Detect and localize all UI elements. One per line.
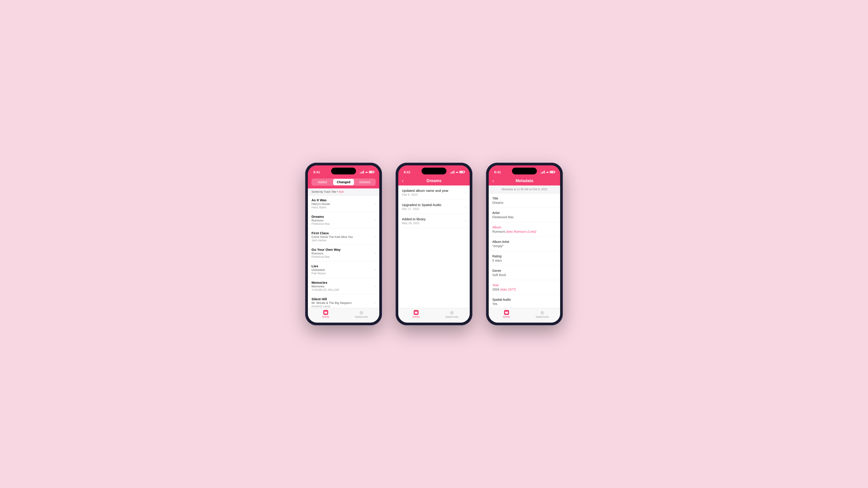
tab-label-activity-3: Activity (503, 316, 510, 318)
page-title-2: Dreams (427, 178, 441, 183)
page-title-3: Metadata (516, 178, 533, 183)
tab-bar-3: Activity ◎ Spatial Audio (489, 308, 560, 323)
chevron-icon: › (375, 251, 376, 255)
back-button-2[interactable]: ‹ (402, 178, 403, 184)
tab-changed[interactable]: Changed (333, 179, 354, 185)
metadata-year: Year 2004 (was 1977) (489, 280, 560, 295)
sort-link[interactable]: Sort (339, 190, 344, 193)
back-button-3[interactable]: ‹ (492, 178, 494, 184)
svg-rect-4 (415, 311, 416, 312)
metadata-spatial-audio: Spatial Audio Yes (489, 295, 560, 308)
metadata-album: Album Rumours (was Rumours (Live)) (489, 222, 560, 237)
metadata-title: Title Dreams (489, 193, 560, 208)
activity-item-2[interactable]: Upgraded to Spatial Audio Dec 17, 2022 › (398, 200, 470, 214)
nav-bar-2: ‹ Dreams (398, 177, 470, 186)
spatial-icon-3: ◎ (540, 310, 544, 315)
activity-icon-2 (414, 310, 418, 315)
svg-rect-6 (505, 312, 508, 314)
wifi-icon-1: ☁ (365, 170, 368, 173)
chevron-icon: › (375, 234, 376, 238)
spatial-icon-2: ◎ (450, 310, 454, 315)
svg-rect-3 (415, 312, 417, 314)
status-icons-1: ☁ (360, 170, 374, 173)
metadata-rating: Rating 5 stars (489, 251, 560, 266)
time-2: 9:41 (404, 170, 410, 174)
signal-icon-2 (450, 170, 454, 173)
wifi-icon-2: ☁ (456, 170, 458, 173)
time-3: 9:41 (494, 170, 501, 174)
tab-bar-1: Activity ◎ Spatial Audio (308, 308, 379, 323)
tab-label-activity-1: Activity (322, 316, 329, 318)
battery-icon-3 (550, 171, 555, 173)
song-item-4[interactable]: Go Your Own Way Rumours Fleetwood Mac › (308, 245, 379, 261)
tab-label-spatial-1: Spatial Audio (355, 316, 368, 318)
tab-item-spatial-3[interactable]: ◎ Spatial Audio (524, 310, 560, 318)
phone-1: 9:41 ☁ Added Changed Deleted (305, 163, 382, 325)
dynamic-island-2 (422, 168, 446, 174)
chevron-icon: › (375, 267, 376, 271)
phones-container: 9:41 ☁ Added Changed Deleted (305, 163, 563, 325)
segment-control: Added Changed Deleted (311, 178, 376, 186)
chevron-icon: › (465, 191, 466, 195)
phone-2: 9:41 ☁ ‹ Dreams Updated album name a (396, 163, 472, 325)
dynamic-island-3 (512, 168, 537, 174)
tab-label-spatial-3: Spatial Audio (536, 316, 549, 318)
tab-item-activity-2[interactable]: Activity (398, 310, 434, 318)
status-icons-3: ☁ (541, 170, 555, 173)
battery-icon-2 (459, 171, 464, 173)
svg-rect-7 (506, 311, 506, 312)
chevron-icon: › (375, 201, 376, 205)
tab-item-spatial-2[interactable]: ◎ Spatial Audio (434, 310, 470, 318)
signal-icon-3 (541, 170, 545, 173)
song-item-3[interactable]: First Class Come Home The Kids Miss You … (308, 228, 379, 245)
metadata-subtitle: Metadata at 11:35 AM on Feb 9, 2023 (489, 186, 560, 193)
chevron-icon: › (465, 219, 466, 223)
metadata-album-artist: Album Artist *empty* (489, 237, 560, 251)
activity-icon-1 (323, 310, 328, 315)
activity-item-1[interactable]: Updated album name and year Feb 9, 2023 … (398, 186, 470, 200)
tab-label-spatial-2: Spatial Audio (445, 316, 458, 318)
tab-item-activity-1[interactable]: Activity (308, 310, 344, 318)
signal-icon-1 (360, 170, 364, 173)
chevron-icon: › (375, 300, 376, 304)
tab-bar-2: Activity ◎ Spatial Audio (398, 308, 470, 323)
activity-list: Updated album name and year Feb 9, 2023 … (398, 186, 470, 308)
activity-item-3[interactable]: Added to library May 29, 2021 › (398, 214, 470, 228)
dynamic-island-1 (331, 168, 356, 174)
metadata-artist: Artist Fleetwood Mac (489, 208, 560, 222)
chevron-icon: › (465, 205, 466, 209)
chevron-icon: › (375, 284, 376, 288)
svg-rect-5 (416, 311, 417, 312)
tab-added[interactable]: Added (312, 179, 333, 185)
svg-rect-0 (324, 312, 327, 314)
phone-3: 9:41 ☁ ‹ Metadata Metadata at 11:35 AM o… (486, 163, 563, 325)
segment-bar: Added Changed Deleted (308, 177, 379, 188)
spatial-icon-1: ◎ (360, 310, 363, 315)
svg-rect-8 (507, 311, 507, 312)
song-item-6[interactable]: Memories Memories YUNGBLUD, WILLOW › (308, 278, 379, 294)
song-item-1[interactable]: As It Was Harry's House Harry Styles › (308, 195, 379, 212)
activity-icon-3 (504, 310, 509, 315)
status-icons-2: ☁ (450, 170, 464, 173)
song-item-2[interactable]: Dreams Rumours Fleetwood Mac › (308, 212, 379, 228)
tab-item-activity-3[interactable]: Activity (489, 310, 524, 318)
tab-label-activity-2: Activity (412, 316, 420, 318)
svg-rect-2 (326, 311, 327, 312)
metadata-list: Title Dreams Artist Fleetwood Mac Album … (489, 193, 560, 308)
time-1: 9:41 (313, 170, 320, 174)
nav-bar-3: ‹ Metadata (489, 177, 560, 186)
song-item-5[interactable]: Lies Unwanted Pale Waves › (308, 261, 379, 278)
song-item-7[interactable]: Silent Hill Mr. Morale & The Big Stepper… (308, 294, 379, 308)
chevron-icon: › (375, 218, 376, 222)
song-list: As It Was Harry's House Harry Styles › D… (308, 195, 379, 308)
tab-deleted[interactable]: Deleted (354, 179, 375, 185)
svg-rect-1 (325, 311, 326, 312)
wifi-icon-3: ☁ (546, 170, 549, 173)
sort-bar: Sorted by Track Title • Sort (308, 188, 379, 195)
battery-icon-1 (369, 171, 374, 173)
metadata-genre: Genre Soft Rock (489, 266, 560, 280)
tab-item-spatial-1[interactable]: ◎ Spatial Audio (344, 310, 379, 318)
